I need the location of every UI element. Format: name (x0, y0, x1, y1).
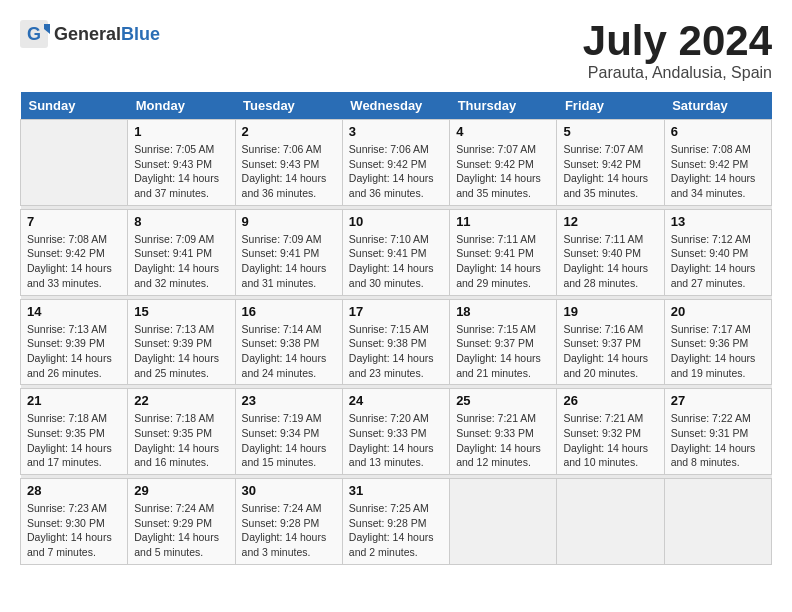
day-number: 19 (563, 304, 657, 319)
day-sun-info: Sunrise: 7:24 AMSunset: 9:28 PMDaylight:… (242, 501, 336, 560)
calendar-day-cell (557, 479, 664, 565)
day-sun-info: Sunrise: 7:18 AMSunset: 9:35 PMDaylight:… (134, 411, 228, 470)
day-sun-info: Sunrise: 7:11 AMSunset: 9:40 PMDaylight:… (563, 232, 657, 291)
day-header-monday: Monday (128, 92, 235, 120)
calendar-day-cell: 5Sunrise: 7:07 AMSunset: 9:42 PMDaylight… (557, 120, 664, 206)
days-header-row: SundayMondayTuesdayWednesdayThursdayFrid… (21, 92, 772, 120)
calendar-day-cell: 8Sunrise: 7:09 AMSunset: 9:41 PMDaylight… (128, 209, 235, 295)
calendar-day-cell (450, 479, 557, 565)
day-sun-info: Sunrise: 7:17 AMSunset: 9:36 PMDaylight:… (671, 322, 765, 381)
calendar-day-cell: 3Sunrise: 7:06 AMSunset: 9:42 PMDaylight… (342, 120, 449, 206)
day-sun-info: Sunrise: 7:21 AMSunset: 9:33 PMDaylight:… (456, 411, 550, 470)
calendar-day-cell: 9Sunrise: 7:09 AMSunset: 9:41 PMDaylight… (235, 209, 342, 295)
calendar-day-cell: 1Sunrise: 7:05 AMSunset: 9:43 PMDaylight… (128, 120, 235, 206)
day-sun-info: Sunrise: 7:06 AMSunset: 9:43 PMDaylight:… (242, 142, 336, 201)
logo: G General Blue (20, 20, 160, 48)
day-header-tuesday: Tuesday (235, 92, 342, 120)
calendar-day-cell: 15Sunrise: 7:13 AMSunset: 9:39 PMDayligh… (128, 299, 235, 385)
day-sun-info: Sunrise: 7:07 AMSunset: 9:42 PMDaylight:… (456, 142, 550, 201)
day-number: 16 (242, 304, 336, 319)
day-number: 4 (456, 124, 550, 139)
day-sun-info: Sunrise: 7:15 AMSunset: 9:38 PMDaylight:… (349, 322, 443, 381)
day-number: 9 (242, 214, 336, 229)
day-number: 20 (671, 304, 765, 319)
calendar-table: SundayMondayTuesdayWednesdayThursdayFrid… (20, 92, 772, 565)
day-header-saturday: Saturday (664, 92, 771, 120)
location-subtitle: Parauta, Andalusia, Spain (583, 64, 772, 82)
day-sun-info: Sunrise: 7:06 AMSunset: 9:42 PMDaylight:… (349, 142, 443, 201)
calendar-day-cell: 22Sunrise: 7:18 AMSunset: 9:35 PMDayligh… (128, 389, 235, 475)
day-sun-info: Sunrise: 7:22 AMSunset: 9:31 PMDaylight:… (671, 411, 765, 470)
day-sun-info: Sunrise: 7:08 AMSunset: 9:42 PMDaylight:… (671, 142, 765, 201)
calendar-day-cell: 28Sunrise: 7:23 AMSunset: 9:30 PMDayligh… (21, 479, 128, 565)
calendar-day-cell: 7Sunrise: 7:08 AMSunset: 9:42 PMDaylight… (21, 209, 128, 295)
calendar-day-cell: 29Sunrise: 7:24 AMSunset: 9:29 PMDayligh… (128, 479, 235, 565)
calendar-day-cell: 17Sunrise: 7:15 AMSunset: 9:38 PMDayligh… (342, 299, 449, 385)
day-number: 11 (456, 214, 550, 229)
calendar-day-cell: 21Sunrise: 7:18 AMSunset: 9:35 PMDayligh… (21, 389, 128, 475)
day-sun-info: Sunrise: 7:18 AMSunset: 9:35 PMDaylight:… (27, 411, 121, 470)
calendar-day-cell (664, 479, 771, 565)
day-number: 6 (671, 124, 765, 139)
day-sun-info: Sunrise: 7:11 AMSunset: 9:41 PMDaylight:… (456, 232, 550, 291)
day-sun-info: Sunrise: 7:23 AMSunset: 9:30 PMDaylight:… (27, 501, 121, 560)
day-number: 7 (27, 214, 121, 229)
day-sun-info: Sunrise: 7:12 AMSunset: 9:40 PMDaylight:… (671, 232, 765, 291)
day-number: 27 (671, 393, 765, 408)
calendar-day-cell: 23Sunrise: 7:19 AMSunset: 9:34 PMDayligh… (235, 389, 342, 475)
day-sun-info: Sunrise: 7:16 AMSunset: 9:37 PMDaylight:… (563, 322, 657, 381)
calendar-day-cell: 11Sunrise: 7:11 AMSunset: 9:41 PMDayligh… (450, 209, 557, 295)
day-number: 1 (134, 124, 228, 139)
calendar-day-cell: 24Sunrise: 7:20 AMSunset: 9:33 PMDayligh… (342, 389, 449, 475)
calendar-day-cell: 31Sunrise: 7:25 AMSunset: 9:28 PMDayligh… (342, 479, 449, 565)
day-sun-info: Sunrise: 7:05 AMSunset: 9:43 PMDaylight:… (134, 142, 228, 201)
calendar-week-row: 1Sunrise: 7:05 AMSunset: 9:43 PMDaylight… (21, 120, 772, 206)
month-year-title: July 2024 (583, 20, 772, 62)
day-header-wednesday: Wednesday (342, 92, 449, 120)
calendar-day-cell: 16Sunrise: 7:14 AMSunset: 9:38 PMDayligh… (235, 299, 342, 385)
day-number: 14 (27, 304, 121, 319)
day-header-thursday: Thursday (450, 92, 557, 120)
calendar-day-cell: 26Sunrise: 7:21 AMSunset: 9:32 PMDayligh… (557, 389, 664, 475)
calendar-day-cell: 2Sunrise: 7:06 AMSunset: 9:43 PMDaylight… (235, 120, 342, 206)
day-sun-info: Sunrise: 7:24 AMSunset: 9:29 PMDaylight:… (134, 501, 228, 560)
svg-text:G: G (27, 24, 41, 44)
day-sun-info: Sunrise: 7:14 AMSunset: 9:38 PMDaylight:… (242, 322, 336, 381)
day-sun-info: Sunrise: 7:25 AMSunset: 9:28 PMDaylight:… (349, 501, 443, 560)
day-sun-info: Sunrise: 7:19 AMSunset: 9:34 PMDaylight:… (242, 411, 336, 470)
day-number: 21 (27, 393, 121, 408)
day-number: 5 (563, 124, 657, 139)
day-sun-info: Sunrise: 7:13 AMSunset: 9:39 PMDaylight:… (134, 322, 228, 381)
day-sun-info: Sunrise: 7:10 AMSunset: 9:41 PMDaylight:… (349, 232, 443, 291)
calendar-day-cell: 25Sunrise: 7:21 AMSunset: 9:33 PMDayligh… (450, 389, 557, 475)
day-number: 3 (349, 124, 443, 139)
day-number: 15 (134, 304, 228, 319)
calendar-day-cell: 30Sunrise: 7:24 AMSunset: 9:28 PMDayligh… (235, 479, 342, 565)
calendar-week-row: 14Sunrise: 7:13 AMSunset: 9:39 PMDayligh… (21, 299, 772, 385)
day-sun-info: Sunrise: 7:09 AMSunset: 9:41 PMDaylight:… (134, 232, 228, 291)
day-sun-info: Sunrise: 7:07 AMSunset: 9:42 PMDaylight:… (563, 142, 657, 201)
calendar-week-row: 28Sunrise: 7:23 AMSunset: 9:30 PMDayligh… (21, 479, 772, 565)
calendar-day-cell: 12Sunrise: 7:11 AMSunset: 9:40 PMDayligh… (557, 209, 664, 295)
calendar-day-cell: 14Sunrise: 7:13 AMSunset: 9:39 PMDayligh… (21, 299, 128, 385)
day-sun-info: Sunrise: 7:21 AMSunset: 9:32 PMDaylight:… (563, 411, 657, 470)
day-number: 24 (349, 393, 443, 408)
day-number: 8 (134, 214, 228, 229)
day-header-sunday: Sunday (21, 92, 128, 120)
calendar-day-cell: 20Sunrise: 7:17 AMSunset: 9:36 PMDayligh… (664, 299, 771, 385)
day-number: 22 (134, 393, 228, 408)
day-sun-info: Sunrise: 7:09 AMSunset: 9:41 PMDaylight:… (242, 232, 336, 291)
calendar-day-cell: 6Sunrise: 7:08 AMSunset: 9:42 PMDaylight… (664, 120, 771, 206)
header: G General Blue July 2024 Parauta, Andalu… (20, 20, 772, 82)
day-number: 25 (456, 393, 550, 408)
day-number: 26 (563, 393, 657, 408)
day-number: 23 (242, 393, 336, 408)
day-sun-info: Sunrise: 7:15 AMSunset: 9:37 PMDaylight:… (456, 322, 550, 381)
calendar-day-cell: 27Sunrise: 7:22 AMSunset: 9:31 PMDayligh… (664, 389, 771, 475)
logo-blue-text: Blue (121, 24, 160, 45)
day-header-friday: Friday (557, 92, 664, 120)
calendar-day-cell (21, 120, 128, 206)
logo-icon: G (20, 20, 50, 48)
calendar-day-cell: 19Sunrise: 7:16 AMSunset: 9:37 PMDayligh… (557, 299, 664, 385)
day-number: 29 (134, 483, 228, 498)
